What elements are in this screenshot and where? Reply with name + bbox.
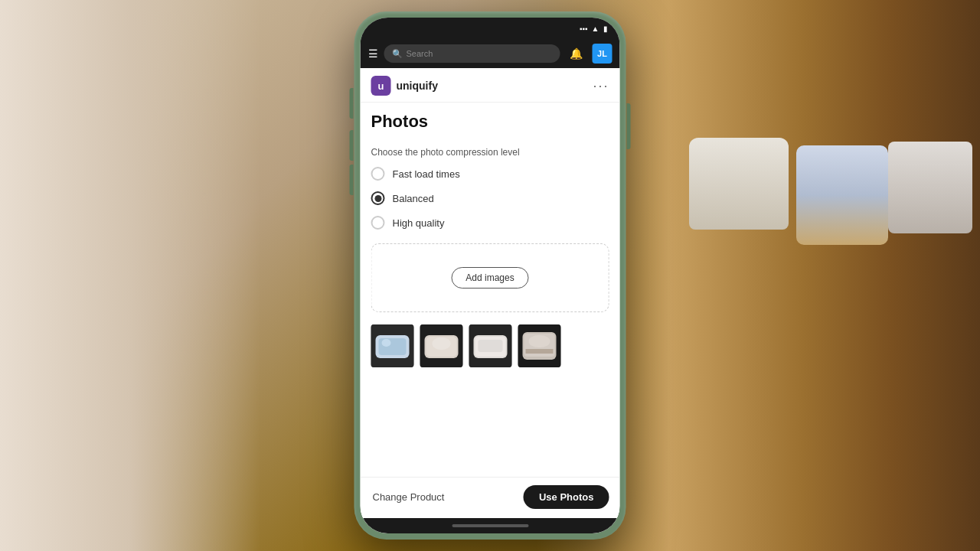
- phone-screen: ▪▪▪ ▲ ▮ ☰ 🔍 Search 🔔 JL: [361, 18, 620, 533]
- app-menu-button[interactable]: ···: [593, 78, 609, 94]
- radio-balanced-circle: [371, 191, 385, 205]
- home-bar: [452, 524, 528, 527]
- wifi-icon: ▲: [592, 24, 599, 33]
- app-header: u uniquify ···: [361, 68, 620, 103]
- add-images-button[interactable]: Add images: [451, 267, 528, 289]
- use-photos-button[interactable]: Use Photos: [524, 485, 609, 509]
- radio-balanced[interactable]: Balanced: [371, 191, 609, 205]
- hamburger-icon[interactable]: ☰: [368, 47, 378, 60]
- soap-1: [689, 138, 789, 230]
- scroll-content[interactable]: Choose the photo compression level Fast …: [361, 139, 620, 477]
- radio-fast-circle: [371, 167, 385, 181]
- search-bar[interactable]: 🔍 Search: [384, 44, 560, 63]
- radio-high-circle: [371, 216, 385, 230]
- thumbnail-2[interactable]: [420, 324, 463, 367]
- svg-rect-11: [479, 340, 503, 352]
- soap-shelf: [597, 138, 942, 352]
- page-title-section: Photos: [361, 103, 620, 139]
- compression-description: Choose the photo compression level: [371, 147, 609, 158]
- svg-point-15: [529, 335, 550, 347]
- radio-fast-load[interactable]: Fast load times: [371, 167, 609, 181]
- page-title: Photos: [371, 112, 609, 132]
- app-name: uniquify: [397, 80, 438, 92]
- signal-icon: ▪▪▪: [580, 24, 588, 33]
- home-indicator-bar: [361, 518, 620, 533]
- svg-point-3: [382, 339, 391, 347]
- thumbnail-4[interactable]: [518, 324, 561, 367]
- app-brand: u uniquify: [371, 76, 438, 96]
- radio-fast-label: Fast load times: [393, 168, 460, 180]
- phone-body: ▪▪▪ ▲ ▮ ☰ 🔍 Search 🔔 JL: [354, 11, 626, 540]
- compression-radio-group: Fast load times Balanced High quality: [371, 167, 609, 230]
- thumbnail-1[interactable]: [371, 324, 414, 367]
- radio-balanced-label: Balanced: [393, 193, 434, 204]
- app-content: u uniquify ··· Photos Choose the photo c…: [361, 68, 620, 533]
- radio-high-label: High quality: [393, 217, 445, 229]
- svg-point-7: [433, 337, 451, 350]
- user-avatar[interactable]: JL: [593, 44, 612, 64]
- upload-drop-area[interactable]: Add images: [371, 243, 609, 312]
- app-logo: u: [371, 76, 391, 96]
- battery-icon: ▮: [603, 24, 608, 33]
- phone-wrapper: ▪▪▪ ▲ ▮ ☰ 🔍 Search 🔔 JL: [354, 11, 626, 540]
- search-icon: 🔍: [392, 49, 403, 59]
- radio-high-quality[interactable]: High quality: [371, 216, 609, 230]
- thumbnail-3[interactable]: [469, 324, 512, 367]
- status-bar: ▪▪▪ ▲ ▮: [361, 18, 620, 39]
- nav-bar: ☰ 🔍 Search 🔔 JL: [361, 39, 620, 68]
- notification-icon[interactable]: 🔔: [567, 44, 586, 64]
- search-placeholder: Search: [407, 49, 433, 58]
- thumbnail-row: [371, 324, 609, 367]
- soap-3: [888, 142, 972, 233]
- background-left-hand: [0, 0, 260, 551]
- change-product-button[interactable]: Change Product: [371, 487, 446, 507]
- status-icons: ▪▪▪ ▲ ▮: [580, 24, 608, 33]
- soap-2: [796, 145, 888, 245]
- bottom-action-bar: Change Product Use Photos: [361, 477, 620, 518]
